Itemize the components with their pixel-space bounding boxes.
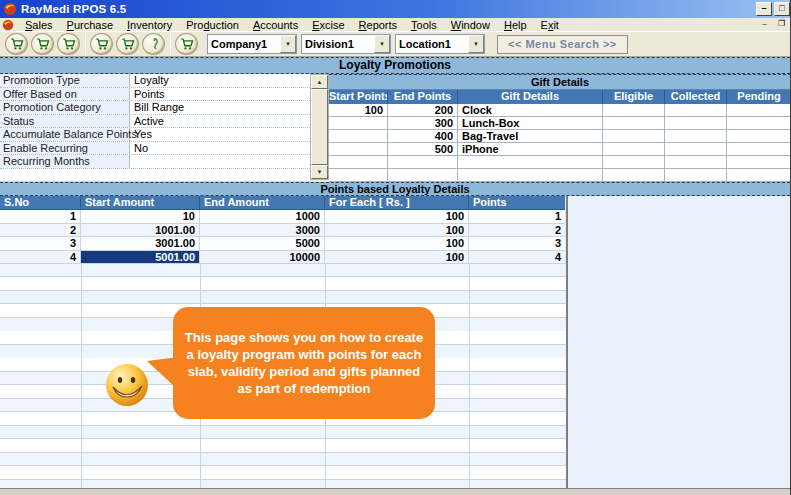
collected-cell[interactable] bbox=[665, 104, 727, 117]
sno-cell[interactable]: 1 bbox=[0, 210, 81, 223]
location-combobox[interactable]: Location1 ▼ bbox=[395, 34, 485, 54]
menu-excise[interactable]: Excise bbox=[305, 19, 351, 31]
scroll-down-icon[interactable]: ▼ bbox=[311, 165, 328, 179]
property-value[interactable]: No bbox=[130, 142, 310, 155]
property-value[interactable] bbox=[130, 155, 310, 168]
points-cell[interactable]: 2 bbox=[469, 224, 565, 237]
division-combobox-value: Division1 bbox=[302, 38, 374, 50]
gift-name-cell[interactable]: Bag-Travel bbox=[458, 130, 603, 143]
chevron-down-icon[interactable]: ▼ bbox=[468, 35, 484, 53]
gift-name-cell[interactable]: Clock bbox=[458, 104, 603, 117]
pending-cell[interactable] bbox=[727, 104, 791, 117]
shopping-cart-icon bbox=[36, 37, 50, 51]
scroll-up-icon[interactable]: ▲ bbox=[311, 75, 328, 89]
menu-window[interactable]: Window bbox=[444, 19, 497, 31]
toolbar-seahorse-button[interactable] bbox=[142, 33, 165, 55]
property-value[interactable]: Loyalty bbox=[130, 74, 310, 87]
column-header: Pending bbox=[727, 90, 791, 104]
menu-production[interactable]: Production bbox=[179, 19, 246, 31]
end-amount-cell[interactable]: 5000 bbox=[200, 237, 325, 250]
chevron-down-icon[interactable]: ▼ bbox=[374, 35, 390, 53]
division-combobox[interactable]: Division1 ▼ bbox=[301, 34, 391, 54]
end-points-cell[interactable]: 300 bbox=[388, 117, 458, 130]
menu-search-button[interactable]: << Menu Search >> bbox=[497, 35, 628, 54]
toolbar-cart-button-5[interactable] bbox=[116, 33, 139, 55]
sno-cell[interactable]: 2 bbox=[0, 224, 81, 237]
start-amount-cell[interactable]: 10 bbox=[81, 210, 200, 223]
start-amount-cell[interactable]: 1001.00 bbox=[81, 224, 200, 237]
pending-cell[interactable] bbox=[727, 117, 791, 130]
sno-cell[interactable]: 4 bbox=[0, 251, 81, 264]
shopping-cart-icon bbox=[10, 37, 24, 51]
location-combobox-value: Location1 bbox=[396, 38, 468, 50]
right-empty-panel bbox=[566, 196, 791, 488]
sno-cell[interactable]: 3 bbox=[0, 237, 81, 250]
start-points-cell[interactable] bbox=[329, 143, 388, 156]
property-value[interactable]: Points bbox=[130, 88, 310, 101]
chevron-down-icon[interactable]: ▼ bbox=[280, 35, 296, 53]
toolbar-cart-button-7[interactable] bbox=[175, 33, 198, 55]
shopping-cart-icon bbox=[180, 37, 194, 51]
end-points-cell[interactable]: 400 bbox=[388, 130, 458, 143]
mdi-minimize-button[interactable]: – bbox=[757, 18, 772, 30]
start-points-cell[interactable]: 100 bbox=[329, 104, 388, 117]
end-points-cell[interactable]: 200 bbox=[388, 104, 458, 117]
menu-accounts[interactable]: Accounts bbox=[246, 19, 305, 31]
minimize-button[interactable]: – bbox=[756, 2, 772, 16]
collected-cell[interactable] bbox=[665, 143, 727, 156]
pending-cell[interactable] bbox=[727, 143, 791, 156]
property-value[interactable]: Bill Range bbox=[130, 101, 310, 114]
toolbar-cart-button-3[interactable] bbox=[57, 33, 80, 55]
help-callout: This page shows you on how to create a l… bbox=[173, 307, 435, 419]
start-amount-cell-selected[interactable]: 5001.00 bbox=[81, 251, 200, 264]
company-combobox[interactable]: Company1 ▼ bbox=[207, 34, 297, 54]
toolbar-cart-button-4[interactable] bbox=[90, 33, 113, 55]
for-each-cell[interactable]: 100 bbox=[325, 224, 469, 237]
menu-reports[interactable]: Reports bbox=[352, 19, 405, 31]
menu-inventory[interactable]: Inventory bbox=[120, 19, 179, 31]
start-points-cell[interactable] bbox=[329, 117, 388, 130]
menu-sales[interactable]: Sales bbox=[18, 19, 60, 31]
mdi-restore-button[interactable]: ❐ bbox=[774, 18, 789, 30]
child-window-icon[interactable] bbox=[2, 19, 14, 31]
points-cell[interactable]: 1 bbox=[469, 210, 565, 223]
for-each-cell[interactable]: 100 bbox=[325, 251, 469, 264]
end-amount-cell[interactable]: 1000 bbox=[200, 210, 325, 223]
property-row: Enable RecurringNo bbox=[0, 142, 310, 156]
column-header: S.No bbox=[0, 196, 81, 209]
help-callout-text: This page shows you on how to create a l… bbox=[183, 329, 425, 398]
collected-cell[interactable] bbox=[665, 130, 727, 143]
property-value[interactable]: Yes bbox=[130, 128, 310, 141]
eligible-cell[interactable] bbox=[603, 130, 665, 143]
toolbar-cart-button-1[interactable] bbox=[5, 33, 28, 55]
menu-tools[interactable]: Tools bbox=[404, 19, 444, 31]
promotion-properties-table: Promotion TypeLoyalty Offer Based onPoin… bbox=[0, 74, 310, 182]
start-amount-cell[interactable]: 3001.00 bbox=[81, 237, 200, 250]
properties-scrollbar[interactable]: ▲ ▼ bbox=[310, 74, 329, 180]
end-points-cell[interactable]: 500 bbox=[388, 143, 458, 156]
end-amount-cell[interactable]: 10000 bbox=[200, 251, 325, 264]
end-amount-cell[interactable]: 3000 bbox=[200, 224, 325, 237]
pending-cell[interactable] bbox=[727, 130, 791, 143]
points-cell[interactable]: 4 bbox=[469, 251, 565, 264]
collected-cell[interactable] bbox=[665, 117, 727, 130]
gift-name-cell[interactable]: iPhone bbox=[458, 143, 603, 156]
menu-purchase[interactable]: Purchase bbox=[60, 19, 120, 31]
shopping-cart-icon bbox=[62, 37, 76, 51]
points-cell[interactable]: 3 bbox=[469, 237, 565, 250]
gift-name-cell[interactable]: Lunch-Box bbox=[458, 117, 603, 130]
for-each-cell[interactable]: 100 bbox=[325, 210, 469, 223]
property-label: Accumulate Balance Points bbox=[0, 128, 130, 141]
maximize-button[interactable]: □ bbox=[774, 2, 790, 16]
for-each-cell[interactable]: 100 bbox=[325, 237, 469, 250]
toolbar-cart-button-2[interactable] bbox=[31, 33, 54, 55]
eligible-cell[interactable] bbox=[603, 117, 665, 130]
menu-exit[interactable]: Exit bbox=[534, 19, 566, 31]
property-value[interactable]: Active bbox=[130, 115, 310, 128]
start-points-cell[interactable] bbox=[329, 130, 388, 143]
property-grid-filler bbox=[0, 169, 310, 182]
eligible-cell[interactable] bbox=[603, 143, 665, 156]
eligible-cell[interactable] bbox=[603, 104, 665, 117]
menu-help[interactable]: Help bbox=[497, 19, 534, 31]
scrollbar-thumb[interactable] bbox=[311, 89, 328, 165]
